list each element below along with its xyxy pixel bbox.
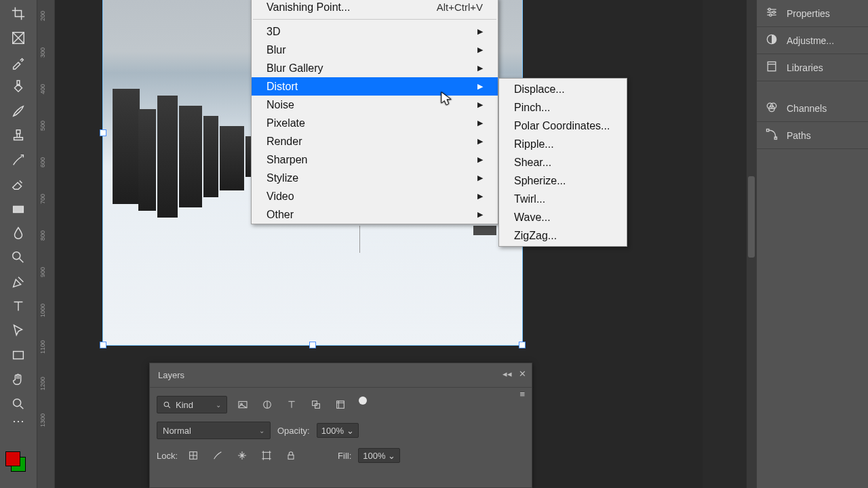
zoom-tool[interactable] — [7, 394, 30, 413]
menu-item-vanishing-point[interactable]: Vanishing Point... Alt+Ctrl+V — [252, 0, 498, 16]
menu-item-label: Other — [267, 209, 294, 221]
hand-tool[interactable] — [7, 370, 30, 389]
submenu-arrow-icon: ▶ — [477, 137, 483, 146]
menu-item-noise[interactable]: Noise▶ — [252, 96, 498, 114]
filter-adjustment-icon[interactable] — [258, 396, 276, 413]
submenu-arrow-icon: ▶ — [477, 119, 483, 127]
menu-item-pixelate[interactable]: Pixelate▶ — [252, 114, 498, 132]
transform-handle-bl[interactable] — [100, 342, 106, 348]
panel-tab-label: Libraries — [787, 62, 823, 73]
filter-smartobject-icon[interactable] — [332, 396, 349, 413]
frame-tool[interactable] — [7, 28, 30, 47]
dodge-tool[interactable] — [7, 248, 30, 267]
svg-point-9 — [770, 14, 772, 16]
ruler-tick: 1200 — [40, 377, 50, 390]
lock-transparency-icon[interactable] — [184, 447, 202, 464]
panel-tab-properties[interactable]: Properties — [757, 0, 868, 27]
submenu-item-wave[interactable]: Wave... — [499, 208, 627, 226]
submenu-item-zigzag[interactable]: ZigZag... — [499, 226, 627, 245]
submenu-item-label: Pinch... — [514, 102, 550, 114]
blend-mode-select[interactable]: Normal ⌄ — [157, 422, 271, 439]
svg-rect-5 — [14, 352, 24, 359]
healing-brush-tool[interactable] — [7, 77, 30, 96]
menu-item-blur-gallery[interactable]: Blur Gallery▶ — [252, 59, 498, 77]
lock-artboard-icon[interactable] — [258, 447, 275, 464]
panel-tab-channels[interactable]: Channels — [757, 95, 868, 122]
path-selection-tool[interactable] — [7, 321, 30, 340]
menu-item-blur[interactable]: Blur▶ — [252, 41, 498, 59]
ruler-tick: 1300 — [40, 413, 50, 427]
scrollbar-thumb[interactable] — [748, 176, 755, 258]
stamp-tool[interactable] — [7, 126, 30, 145]
svg-rect-26 — [288, 455, 294, 459]
menu-item-label: Distort — [267, 81, 298, 93]
menu-item-video[interactable]: Video▶ — [252, 187, 498, 205]
layer-filter-kind[interactable]: Kind ⌄ — [157, 396, 227, 413]
foreground-color[interactable] — [5, 451, 20, 466]
transform-handle-br[interactable] — [519, 342, 526, 348]
layers-panel: Layers ◂◂ ✕ ≡ Kind ⌄ Normal ⌄ Opacity: 1… — [149, 363, 532, 488]
menu-item-render[interactable]: Render▶ — [252, 132, 498, 150]
submenu-item-label: Ripple... — [514, 138, 554, 150]
image-detail — [359, 226, 360, 253]
panel-menu-icon[interactable]: ≡ — [519, 389, 525, 399]
submenu-item-ripple[interactable]: Ripple... — [499, 135, 627, 153]
brush-tool[interactable] — [7, 102, 30, 121]
blur-tool[interactable] — [7, 224, 30, 243]
menu-item-sharpen[interactable]: Sharpen▶ — [252, 150, 498, 169]
submenu-item-twirl[interactable]: Twirl... — [499, 190, 627, 208]
transform-handle-bottom[interactable] — [309, 342, 316, 348]
workarea-vscrollbar[interactable] — [747, 0, 756, 488]
menu-item-other[interactable]: Other▶ — [252, 205, 498, 224]
menu-item-label: Blur — [267, 44, 285, 56]
svg-rect-22 — [315, 404, 320, 409]
eraser-tool[interactable] — [7, 175, 30, 194]
panel-tab-label: Properties — [787, 8, 830, 19]
history-brush-tool[interactable] — [7, 150, 30, 169]
submenu-item-shear[interactable]: Shear... — [499, 153, 627, 171]
lock-position-icon[interactable] — [233, 447, 251, 464]
svg-point-17 — [164, 402, 169, 407]
ruler-tick: 1000 — [40, 304, 50, 317]
sliders-icon — [765, 5, 778, 21]
filter-menu: Vanishing Point... Alt+Ctrl+V 3D▶Blur▶Bl… — [251, 0, 498, 224]
submenu-item-polarcoordinates[interactable]: Polar Coordinates... — [499, 117, 627, 135]
filter-toggle-switch[interactable] — [359, 396, 367, 405]
gradient-tool[interactable] — [7, 199, 30, 218]
panel-tab-paths[interactable]: Paths — [757, 122, 868, 149]
lock-image-icon[interactable] — [209, 447, 226, 464]
type-tool[interactable] — [7, 297, 30, 316]
menu-item-label: Vanishing Point... — [267, 1, 350, 14]
menu-item-stylize[interactable]: Stylize▶ — [252, 169, 498, 187]
submenu-item-spherize[interactable]: Spherize... — [499, 171, 627, 190]
transform-handle-left[interactable] — [100, 129, 106, 136]
filter-pixel-icon[interactable] — [234, 396, 252, 413]
menu-item-3d[interactable]: 3D▶ — [252, 22, 498, 41]
svg-rect-25 — [263, 452, 269, 458]
eyedropper-tool[interactable] — [7, 53, 30, 72]
color-swatch[interactable] — [5, 451, 26, 472]
submenu-item-label: Shear... — [514, 157, 551, 169]
submenu-item-pinch[interactable]: Pinch... — [499, 98, 627, 117]
menu-item-distort[interactable]: Distort▶ — [252, 77, 498, 96]
ruler-tick: 900 — [40, 267, 50, 277]
pen-tool[interactable] — [7, 272, 30, 291]
fill-input[interactable]: 100% ⌄ — [358, 448, 400, 463]
menu-item-label: Blur Gallery — [267, 62, 323, 75]
submenu-item-label: Spherize... — [514, 175, 566, 187]
crop-tool[interactable] — [7, 4, 30, 23]
submenu-item-displace[interactable]: Displace... — [499, 80, 627, 98]
filter-type-icon[interactable] — [283, 396, 300, 413]
collapse-icon[interactable]: ◂◂ — [502, 369, 512, 379]
chevron-down-icon: ⌄ — [388, 451, 395, 461]
close-icon[interactable]: ✕ — [519, 369, 526, 379]
rectangle-tool[interactable] — [7, 346, 30, 365]
select-label: Normal — [163, 426, 191, 436]
svg-point-7 — [768, 8, 770, 10]
filter-shape-icon[interactable] — [307, 396, 325, 413]
svg-point-8 — [773, 11, 775, 13]
panel-tab-adjustments[interactable]: Adjustme... — [757, 27, 868, 54]
opacity-input[interactable]: 100% ⌄ — [317, 423, 359, 438]
panel-tab-libraries[interactable]: Libraries — [757, 54, 868, 81]
lock-all-icon[interactable] — [282, 447, 300, 464]
